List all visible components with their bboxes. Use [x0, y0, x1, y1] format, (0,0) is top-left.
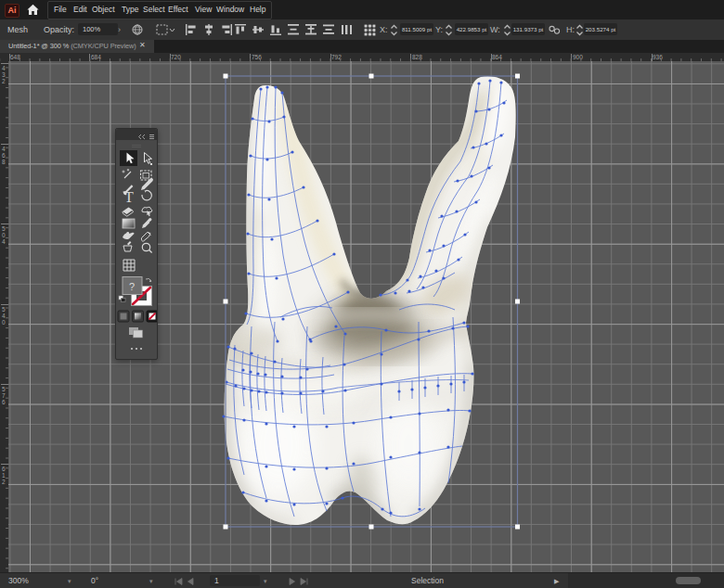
svg-text:T: T: [124, 189, 134, 205]
svg-text:?: ?: [129, 281, 135, 292]
